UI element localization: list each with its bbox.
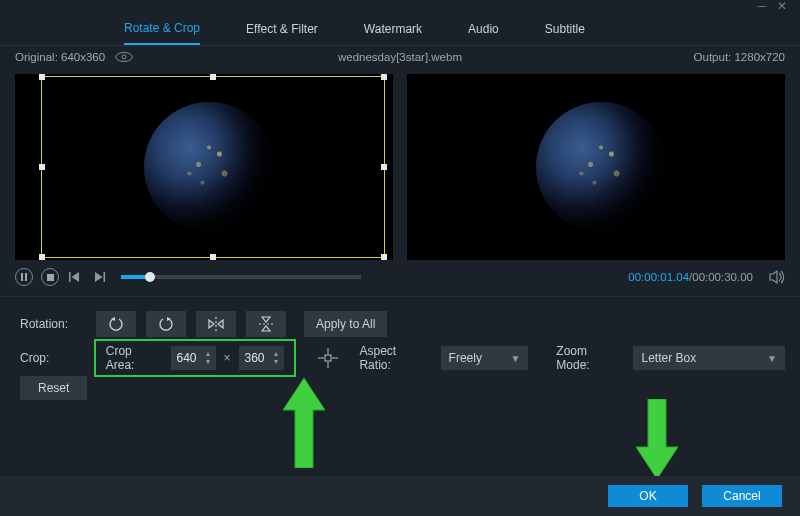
next-frame-button[interactable] (91, 269, 107, 285)
crop-handle[interactable] (210, 254, 216, 260)
svg-marker-16 (262, 317, 270, 322)
reset-row: Reset (20, 373, 785, 403)
output-preview (407, 74, 785, 260)
crop-area-label: Crop Area: (106, 344, 163, 372)
pause-button[interactable] (15, 268, 33, 286)
annotation-arrow-icon (636, 399, 678, 479)
zoom-mode-value: Letter Box (641, 351, 696, 365)
svg-marker-13 (209, 320, 214, 328)
center-crop-icon[interactable] (318, 347, 340, 369)
rotate-right-button[interactable] (146, 311, 186, 337)
aspect-ratio-select[interactable]: Freely ▼ (441, 346, 529, 370)
crop-handle[interactable] (39, 254, 45, 260)
rotation-row: Rotation: Apply to All (20, 307, 785, 341)
svg-point-1 (122, 55, 126, 59)
time-display: 00:00:01.04/00:00:30.00 (628, 271, 753, 283)
crop-handle[interactable] (381, 164, 387, 170)
reset-button[interactable]: Reset (20, 376, 87, 400)
stop-button[interactable] (41, 268, 59, 286)
svg-marker-24 (636, 399, 678, 479)
volume-icon[interactable] (769, 269, 785, 285)
chevron-down-icon: ▼ (767, 353, 777, 364)
cancel-button[interactable]: Cancel (702, 485, 782, 507)
svg-rect-4 (47, 274, 54, 281)
timeline-knob[interactable] (145, 272, 155, 282)
crop-width-input[interactable] (171, 351, 203, 365)
tab-effect-filter[interactable]: Effect & Filter (246, 22, 318, 44)
svg-rect-22 (325, 355, 331, 361)
video-frame-graphic (536, 102, 666, 232)
crop-area-group: Crop Area: ▴ ▾ × ▴ ▾ (96, 341, 294, 375)
svg-rect-8 (104, 272, 106, 282)
timeline-slider[interactable] (121, 275, 361, 279)
crop-height-input[interactable] (239, 351, 271, 365)
crop-handle[interactable] (39, 74, 45, 80)
total-time: /00:00:30.00 (689, 271, 753, 283)
svg-rect-5 (69, 272, 71, 282)
svg-rect-2 (21, 273, 23, 281)
ok-button[interactable]: OK (608, 485, 688, 507)
current-time: 00:00:01.04 (628, 271, 689, 283)
zoom-mode-label: Zoom Mode: (556, 344, 623, 372)
tab-subtitle[interactable]: Subtitle (545, 22, 585, 44)
svg-marker-6 (72, 272, 80, 282)
preview-panels (0, 68, 800, 260)
spin-down-icon[interactable]: ▾ (271, 358, 281, 366)
settings-area: Rotation: Apply to All Crop: Crop Area: … (0, 297, 800, 403)
zoom-mode-select[interactable]: Letter Box ▼ (633, 346, 785, 370)
original-dimensions: Original: 640x360 (15, 51, 105, 63)
apply-to-all-button[interactable]: Apply to All (304, 311, 387, 337)
close-icon[interactable]: ✕ (772, 0, 792, 12)
rotation-label: Rotation: (20, 317, 86, 331)
tab-watermark[interactable]: Watermark (364, 22, 422, 44)
spin-down-icon[interactable]: ▾ (203, 358, 213, 366)
crop-handle[interactable] (210, 74, 216, 80)
svg-marker-9 (770, 271, 777, 283)
flip-vertical-button[interactable] (246, 311, 286, 337)
svg-point-0 (116, 53, 133, 62)
crop-row: Crop: Crop Area: ▴ ▾ × ▴ ▾ Aspect R (20, 341, 785, 375)
rotate-left-button[interactable] (96, 311, 136, 337)
info-row: Original: 640x360 wednesday[3star].webm … (0, 46, 800, 68)
svg-rect-3 (25, 273, 27, 281)
window-titlebar: ─ ✕ (0, 0, 800, 14)
dimension-separator: × (224, 351, 231, 365)
minimize-icon[interactable]: ─ (752, 0, 772, 12)
source-preview[interactable] (15, 74, 393, 260)
playback-controls: 00:00:01.04/00:00:30.00 (0, 260, 800, 288)
tab-rotate-crop[interactable]: Rotate & Crop (124, 21, 200, 45)
tab-bar: Rotate & Crop Effect & Filter Watermark … (0, 14, 800, 46)
crop-height-stepper[interactable]: ▴ ▾ (239, 346, 284, 370)
svg-marker-7 (95, 272, 103, 282)
aspect-ratio-label: Aspect Ratio: (359, 344, 430, 372)
crop-handle[interactable] (381, 254, 387, 260)
footer-bar: OK Cancel (0, 476, 800, 516)
output-dimensions: Output: 1280x720 (694, 51, 785, 63)
prev-frame-button[interactable] (67, 269, 83, 285)
flip-horizontal-button[interactable] (196, 311, 236, 337)
svg-marker-17 (262, 326, 270, 331)
crop-handle[interactable] (381, 74, 387, 80)
preview-eye-icon[interactable] (115, 51, 133, 63)
svg-marker-14 (218, 320, 223, 328)
crop-rectangle[interactable] (41, 76, 385, 258)
crop-label: Crop: (20, 351, 86, 365)
crop-handle[interactable] (39, 164, 45, 170)
crop-width-stepper[interactable]: ▴ ▾ (171, 346, 216, 370)
aspect-ratio-value: Freely (449, 351, 482, 365)
chevron-down-icon: ▼ (510, 353, 520, 364)
tab-audio[interactable]: Audio (468, 22, 499, 44)
